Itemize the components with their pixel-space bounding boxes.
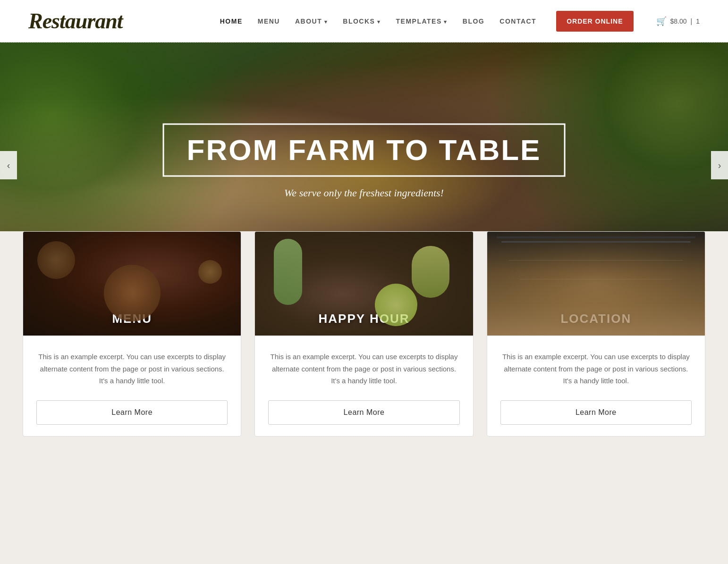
cart-icon: 🛒 (656, 16, 667, 26)
hero-prev-button[interactable]: ‹ (0, 151, 17, 179)
location-card: LOCATION This is an example excerpt. You… (487, 231, 705, 437)
happy-hour-card-label: HAPPY HOUR (255, 311, 473, 326)
happy-hour-card-image: HAPPY HOUR (255, 232, 473, 336)
cart-count: 1 (696, 17, 700, 25)
location-card-excerpt: This is an example excerpt. You can use … (500, 351, 692, 387)
menu-card-image: MENU (23, 232, 241, 336)
main-nav: HOME MENU ABOUT BLOCKS TEMPLATES BLOG CO… (220, 11, 700, 32)
cards-section: MENU This is an example excerpt. You can… (0, 231, 728, 459)
cart[interactable]: 🛒 $8.00 | 1 (656, 16, 700, 26)
nav-home[interactable]: HOME (220, 17, 243, 25)
menu-card-excerpt: This is an example excerpt. You can use … (36, 351, 228, 387)
header: Restaurant HOME MENU ABOUT BLOCKS TEMPLA… (0, 0, 728, 42)
menu-card-body: This is an example excerpt. You can use … (23, 336, 241, 436)
menu-learn-more-button[interactable]: Learn More (36, 400, 228, 425)
cart-price: $8.00 (670, 17, 687, 25)
nav-templates[interactable]: TEMPLATES (396, 17, 448, 25)
location-learn-more-button[interactable]: Learn More (500, 400, 692, 425)
happy-hour-card-excerpt: This is an example excerpt. You can use … (268, 351, 459, 387)
happy-hour-card: HAPPY HOUR This is an example excerpt. Y… (254, 231, 473, 437)
nav-menu[interactable]: MENU (258, 17, 280, 25)
location-card-image: LOCATION (487, 232, 705, 336)
location-card-body: This is an example excerpt. You can use … (487, 336, 705, 436)
happy-hour-learn-more-button[interactable]: Learn More (268, 400, 459, 425)
order-online-button[interactable]: ORDER ONLINE (556, 11, 633, 32)
nav-contact[interactable]: CONTACT (499, 17, 536, 25)
menu-image-bg: MENU (23, 232, 241, 336)
happy-hour-image-bg: HAPPY HOUR (255, 232, 473, 336)
hero-next-button[interactable]: › (711, 151, 728, 179)
location-image-bg: LOCATION (487, 232, 705, 336)
hero-title: FROM FARM TO TABLE (187, 133, 542, 167)
hero-title-box: FROM FARM TO TABLE (163, 123, 566, 177)
nav-blog[interactable]: BLOG (463, 17, 484, 25)
cart-separator: | (691, 17, 693, 25)
nav-about[interactable]: ABOUT (295, 17, 328, 25)
menu-card: MENU This is an example excerpt. You can… (23, 231, 241, 437)
hero-subtitle: We serve only the freshest ingredients! (163, 187, 566, 199)
nav-blocks[interactable]: BLOCKS (343, 17, 381, 25)
happy-hour-card-body: This is an example excerpt. You can use … (255, 336, 473, 436)
hero-content: FROM FARM TO TABLE We serve only the fre… (163, 123, 566, 199)
logo[interactable]: Restaurant (28, 8, 123, 34)
